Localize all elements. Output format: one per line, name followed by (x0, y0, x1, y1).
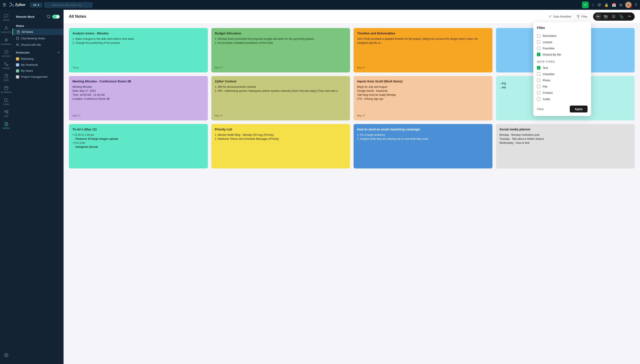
notes-section-header: Notes (12, 22, 63, 29)
note-card[interactable]: Inputs from Scott (Work Items) Blogs for… (354, 76, 492, 120)
filter-option-text[interactable]: ✓ Text (537, 65, 588, 71)
note-date: May 17 (215, 114, 347, 117)
nav-item-label: Shared with Me (21, 43, 41, 46)
chevron-down-icon: ▾ (38, 3, 39, 7)
sidebar-item-phone[interactable]: PHONE (0, 60, 12, 71)
filter-label-contact: Contact (543, 91, 553, 94)
avatar[interactable]: JD (625, 2, 632, 8)
attach-button[interactable]: 📎 (617, 13, 625, 20)
filter-option-shared-by-me[interactable]: ✓ Shared By Me (537, 51, 588, 58)
filter-option-photo[interactable]: Photo (537, 77, 588, 83)
notebook-marketing[interactable]: Marketing (12, 56, 63, 62)
search-area: All ▾ + (30, 2, 589, 8)
note-card[interactable]: Priority List 1. Mental Health Blog - Mo… (211, 124, 350, 168)
note-date: Today (72, 66, 204, 69)
app-name: Zylker (15, 3, 26, 7)
filter-button[interactable]: Filter (574, 14, 590, 20)
nav-item-all-notes[interactable]: All Notes (12, 29, 63, 35)
all-dropdown[interactable]: All ▾ (30, 2, 42, 8)
filter-option-checklist[interactable]: Checklist (537, 71, 588, 77)
toggle-switch[interactable] (52, 15, 60, 19)
sidebar-item-channels[interactable]: CHANNELS (0, 36, 12, 47)
filter-option-contact[interactable]: Contact (537, 90, 588, 96)
svg-line-4 (6, 38, 6, 42)
note-card[interactable]: Timeline and Deliverables John Smith pro… (354, 28, 492, 72)
filter-label-favorites: Favorites (543, 47, 554, 50)
grid-icon[interactable]: ⊞ (619, 3, 622, 7)
people-icon (16, 43, 19, 46)
filter-checkbox-file[interactable] (537, 85, 540, 88)
note-card[interactable]: Social media planner Monday - Monday mot… (496, 124, 635, 168)
filter-checkbox-favorites[interactable] (537, 46, 540, 50)
note-body: • 12.45 to 1.00 pm - Pinterest 10 blogs … (72, 133, 204, 165)
svg-point-20 (17, 44, 18, 45)
menu-icon[interactable]: ☰ (3, 2, 6, 7)
sidebar-item-chats[interactable]: CHATS (0, 12, 12, 23)
sidebar-item-contacts[interactable]: CONTACTS (0, 24, 12, 35)
filter-popup-title: Filter (537, 26, 588, 30)
sidebar-item-calendar[interactable]: CALENDAR (0, 84, 12, 95)
filter-apply-button[interactable]: Apply (570, 106, 588, 112)
filter-clear-button[interactable]: Clear (537, 107, 544, 111)
monitor-icon (47, 15, 50, 18)
note-icon (17, 30, 20, 34)
note-body: Monday - Monday motivation postTuesday -… (500, 133, 631, 165)
note-body: 1. Michael Davis presented the proposed … (215, 37, 347, 64)
filter-checkbox-contact[interactable] (537, 91, 540, 94)
checklist-button[interactable]: ☑ (610, 13, 617, 20)
workspace-title: Remote Work (16, 15, 35, 18)
notebook-my-notes[interactable]: My Notes (12, 68, 63, 74)
filter-checkbox-reminders[interactable] (537, 34, 540, 38)
star-icon[interactable]: ☆ (591, 3, 594, 7)
note-card[interactable]: Budget Allocation 1. Michael Davis prese… (211, 28, 350, 72)
sidebar-item-settings[interactable] (4, 351, 8, 360)
notes-title: Notes (16, 24, 24, 28)
note-card[interactable]: Analyst review - Minutes 1. Make changes… (69, 28, 208, 72)
sidebar-item-notes[interactable]: NOTES (0, 120, 12, 131)
note-card[interactable]: To-do's (May 12) • 12.45 to 1.00 pm - Pi… (69, 124, 208, 168)
note-card[interactable]: Meeting Minutes - Conference Room 3B Mee… (69, 76, 208, 120)
filter-checkbox-photo[interactable] (537, 78, 540, 82)
svg-marker-24 (577, 15, 580, 18)
calendar-icon[interactable]: 📅 (612, 3, 616, 7)
note-body: 1. DRI for announcements channel2. DRI -… (215, 85, 347, 112)
filter-option-audio[interactable]: Audio (537, 96, 588, 102)
nav-item-label: Cliq Meeting Notes (21, 37, 45, 40)
search-wrap (44, 2, 580, 8)
workspace-header: Remote Work (12, 12, 63, 21)
nav-item-shared-with-me[interactable]: Shared with Me (12, 42, 63, 48)
note-card[interactable]: How to send an email marketing campaign … (354, 124, 492, 168)
filter-checkbox-shared-by-me[interactable]: ✓ (537, 53, 540, 56)
notebook-icon (16, 75, 19, 78)
sidebar-item-files[interactable]: FILES (0, 72, 12, 83)
search-input[interactable] (44, 2, 93, 8)
lock-icon[interactable]: 🔒 (604, 3, 609, 7)
sidebar-item-org[interactable]: ORG (0, 108, 12, 119)
sidebar-item-tasks[interactable]: TASKS (0, 96, 12, 107)
add-button[interactable]: + (582, 2, 589, 8)
filter-checkbox-locked[interactable] (537, 40, 540, 44)
filter-option-locked[interactable]: Locked (537, 39, 588, 45)
at-icon[interactable]: @ (598, 3, 601, 7)
filter-popup: Filter Reminders Locked Favorites ✓ Shar… (533, 22, 591, 116)
notebook-my-notebook[interactable]: My Notebook (12, 62, 63, 68)
sidebar-item-history[interactable]: HISTORY (0, 48, 12, 59)
svg-point-1 (6, 26, 7, 28)
filter-checkbox-text[interactable]: ✓ (537, 66, 540, 70)
notebook-project-management[interactable]: Project management (12, 74, 63, 80)
note-card[interactable]: Zylker Contest 1. DRI for announcements … (211, 76, 350, 120)
nav-item-cliq-meeting[interactable]: Cliq Meeting Notes (12, 35, 63, 42)
filter-checkbox-checklist[interactable] (537, 72, 540, 76)
filter-checkbox-audio[interactable] (537, 97, 540, 101)
add-notebook-button[interactable]: + (57, 50, 60, 55)
sort-button[interactable]: Date Modified (549, 15, 571, 18)
apps-icon[interactable]: ⠿ (635, 3, 637, 7)
filter-option-favorites[interactable]: Favorites (537, 45, 588, 51)
more-options-button[interactable]: 〜 (626, 13, 633, 20)
filter-option-file[interactable]: File (537, 83, 588, 90)
svg-rect-7 (5, 86, 8, 90)
camera-button[interactable]: 📷 (602, 13, 610, 20)
sort-label: Date Modified (553, 15, 571, 18)
filter-option-reminders[interactable]: Reminders (537, 33, 588, 39)
edit-note-button[interactable]: ✏ (595, 13, 601, 20)
